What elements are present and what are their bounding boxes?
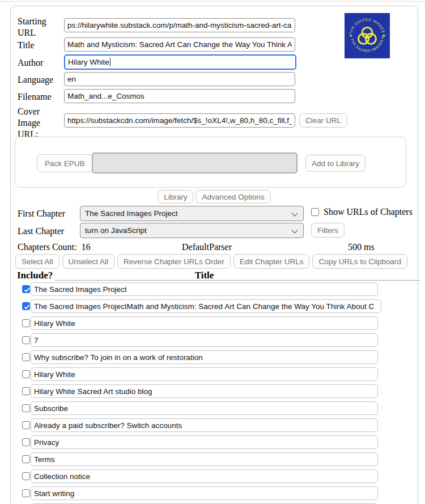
chapter-row	[11, 435, 418, 452]
title-input[interactable]	[64, 37, 295, 52]
chapter-row	[11, 384, 418, 401]
top-divider	[0, 1, 425, 2]
library-button[interactable]: Library	[158, 190, 193, 204]
pack-progress-bar	[92, 153, 298, 173]
add-to-library-button[interactable]: Add to Library	[305, 155, 366, 172]
reverse-chapter-urls-button[interactable]: Reverse Chapter URLs Order	[117, 254, 231, 269]
chapter-title-input[interactable]	[31, 299, 381, 313]
chapter-row	[11, 367, 418, 384]
language-input[interactable]	[64, 72, 295, 86]
chapter-title-input[interactable]	[31, 435, 378, 449]
chapter-actions-row: Select All Unselect All Reverse Chapter …	[15, 254, 407, 269]
language-label: Language	[18, 74, 61, 86]
sacred-images-project-logo: THE SACRED IMAGES PROJECT THE SACRED IMA…	[345, 13, 390, 58]
chapter-include-checkbox[interactable]	[22, 370, 30, 378]
chapter-title-input[interactable]	[31, 350, 378, 364]
pack-panel: Pack EPUB Add to Library	[15, 137, 406, 188]
author-input[interactable]: Hilary White	[64, 54, 296, 70]
edit-chapter-urls-button[interactable]: Edit Chapter URLs	[233, 254, 310, 269]
chapter-include-checkbox[interactable]	[22, 387, 30, 395]
chapters-count-value: 16	[81, 242, 90, 252]
author-input-text: Hilary White	[68, 58, 109, 66]
parse-time: 500 ms	[348, 242, 375, 252]
parser-name: DefaultParser	[182, 242, 232, 252]
first-chapter-value: The Sacred Images Project	[85, 209, 178, 218]
title-column-header: Title	[31, 270, 378, 281]
last-chapter-select[interactable]: turn on JavaScript	[80, 223, 304, 238]
filename-input[interactable]	[64, 89, 295, 103]
chapter-include-checkbox[interactable]	[22, 438, 30, 446]
chapter-title-input[interactable]	[31, 486, 378, 500]
chapter-title-input[interactable]	[31, 452, 378, 466]
table-header-divider	[55, 280, 420, 281]
chapter-row	[11, 299, 418, 316]
chapter-include-checkbox[interactable]	[22, 472, 30, 480]
last-chapter-label: Last Chapter	[18, 226, 64, 236]
chapter-title-input[interactable]	[31, 316, 378, 330]
chapter-title-input[interactable]	[31, 401, 378, 415]
starting-url-label: Starting URL	[18, 16, 61, 39]
last-chapter-value: turn on JavaScript	[85, 226, 147, 235]
clear-url-button[interactable]: Clear URL	[299, 113, 347, 128]
chevron-down-icon	[291, 210, 298, 216]
show-urls-label: Show URLs of Chapters	[324, 207, 413, 217]
chapter-include-checkbox[interactable]	[22, 421, 30, 429]
unselect-all-button[interactable]: Unselect All	[62, 254, 115, 269]
chapter-title-input[interactable]	[31, 418, 378, 432]
chapter-include-checkbox[interactable]	[22, 285, 30, 293]
chapter-include-checkbox[interactable]	[22, 489, 30, 497]
chapter-title-input[interactable]	[31, 282, 378, 296]
chapters-count-label: Chapters Count:	[18, 242, 76, 252]
first-chapter-label: First Chapter	[18, 209, 65, 219]
chapter-include-checkbox[interactable]	[22, 336, 30, 344]
chapter-row	[11, 282, 418, 299]
chapter-title-input[interactable]	[31, 333, 378, 347]
filters-button[interactable]: Filters	[311, 223, 345, 238]
show-urls-checkbox[interactable]	[311, 208, 319, 216]
starting-url-input[interactable]	[64, 18, 295, 32]
chapter-include-checkbox[interactable]	[22, 455, 30, 463]
chevron-down-icon	[291, 227, 298, 233]
chapter-include-checkbox[interactable]	[22, 353, 30, 361]
main-panel: Starting URL Title Author Language Filen…	[10, 6, 418, 504]
chapter-row	[11, 316, 418, 333]
first-chapter-select[interactable]: The Sacred Images Project	[80, 206, 304, 221]
chapter-row	[11, 401, 418, 418]
chapter-title-input[interactable]	[31, 469, 378, 483]
chapter-include-checkbox[interactable]	[22, 404, 30, 412]
author-label: Author	[18, 57, 61, 69]
title-label: Title	[18, 40, 61, 51]
cover-image-url-label: Cover Image URL:	[18, 106, 61, 140]
chapters-count: Chapters Count: 16	[18, 242, 90, 252]
chapter-row	[11, 333, 418, 350]
chapter-row	[11, 486, 418, 503]
chapter-row	[11, 452, 418, 469]
filename-label: Filename	[18, 91, 61, 103]
nav-button-row: Library Advanced Options	[11, 190, 418, 204]
chapter-row	[11, 418, 418, 435]
chapter-include-checkbox[interactable]	[22, 319, 30, 327]
chapter-title-input[interactable]	[31, 367, 378, 381]
pack-epub-button[interactable]: Pack EPUB	[37, 154, 93, 172]
advanced-options-button[interactable]: Advanced Options	[196, 190, 270, 204]
copy-urls-button[interactable]: Copy URLs to Clipboard	[312, 254, 407, 269]
select-all-button[interactable]: Select All	[15, 254, 60, 269]
chapter-title-input[interactable]	[31, 384, 378, 398]
chapter-include-checkbox[interactable]	[22, 302, 30, 310]
chapter-row	[11, 469, 418, 486]
cover-image-url-input[interactable]	[64, 113, 295, 128]
chapter-row	[11, 350, 418, 367]
text-caret	[110, 58, 110, 66]
